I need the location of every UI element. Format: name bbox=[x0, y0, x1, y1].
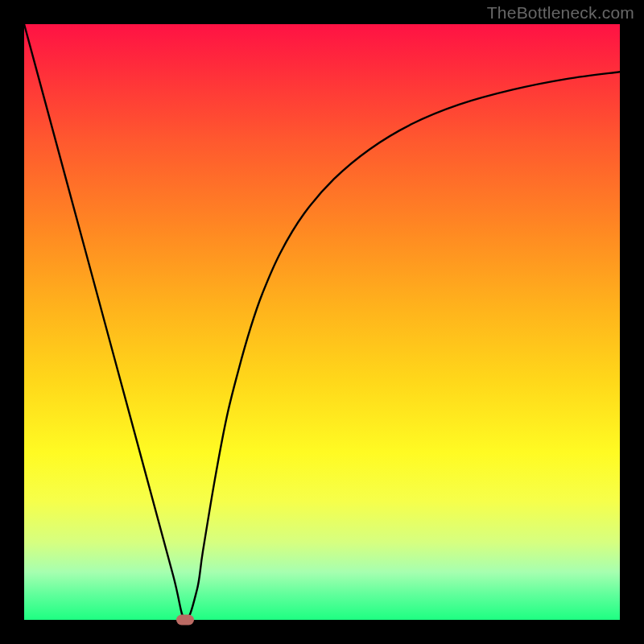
curve-path bbox=[24, 24, 620, 620]
plot-area bbox=[24, 24, 620, 620]
chart-frame: TheBottleneck.com bbox=[0, 0, 644, 644]
optimal-marker bbox=[176, 615, 194, 625]
watermark-text: TheBottleneck.com bbox=[487, 3, 634, 23]
bottleneck-curve bbox=[24, 24, 620, 620]
